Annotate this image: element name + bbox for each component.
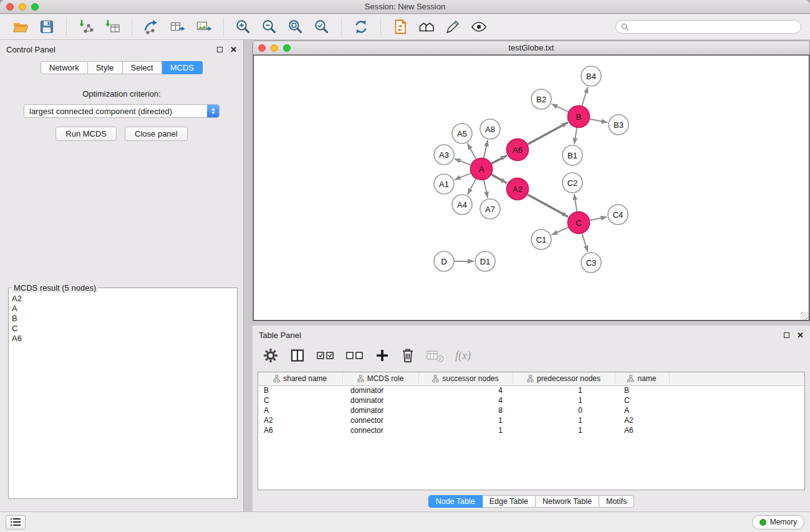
mcds-result-item[interactable]: A6 bbox=[12, 334, 237, 344]
graph-edge-A-A5[interactable] bbox=[468, 143, 476, 159]
export-image-button[interactable] bbox=[193, 16, 215, 37]
mcds-result-item[interactable]: A2 bbox=[12, 294, 237, 304]
zoom-window-button[interactable] bbox=[31, 3, 39, 11]
graph-edge-B-B1[interactable] bbox=[574, 128, 577, 144]
zoom-in-button[interactable] bbox=[232, 16, 254, 37]
delete-table-button[interactable] bbox=[426, 348, 445, 363]
table-cell[interactable]: B bbox=[258, 385, 342, 395]
table-cell[interactable]: A6 bbox=[258, 425, 342, 435]
table-row[interactable]: Adominator80A bbox=[258, 405, 804, 415]
minimize-window-button[interactable] bbox=[19, 3, 26, 11]
table-cell[interactable]: 4 bbox=[418, 395, 513, 405]
table-cell[interactable]: C bbox=[615, 395, 669, 405]
graph-edge-B-B2[interactable] bbox=[551, 104, 568, 112]
task-history-button[interactable] bbox=[6, 515, 26, 530]
graph-node-D1[interactable]: D1 bbox=[475, 251, 495, 271]
close-window-button[interactable] bbox=[6, 3, 14, 11]
save-session-button[interactable] bbox=[36, 16, 58, 37]
column-header-MCDS-role[interactable]: MCDS role bbox=[342, 372, 418, 385]
table-row[interactable]: A6connector11A6 bbox=[258, 425, 804, 435]
run-mcds-button[interactable]: Run MCDS bbox=[55, 127, 117, 141]
show-columns-button[interactable] bbox=[289, 347, 306, 364]
graph-node-C4[interactable]: C4 bbox=[608, 205, 628, 225]
export-table-button[interactable] bbox=[166, 16, 189, 37]
graph-node-B4[interactable]: B4 bbox=[581, 66, 601, 86]
annotation-pen-button[interactable] bbox=[441, 16, 464, 37]
table-cell[interactable]: A6 bbox=[615, 425, 669, 435]
graph-edge-C-C3[interactable] bbox=[582, 234, 588, 252]
graph-node-A8[interactable]: A8 bbox=[480, 119, 500, 139]
tab-select[interactable]: Select bbox=[123, 61, 162, 74]
graph-node-A2[interactable]: A2 bbox=[507, 178, 529, 200]
graph-edge-C-C1[interactable] bbox=[551, 228, 568, 235]
column-header-predecessor-nodes[interactable]: predecessor nodes bbox=[513, 372, 615, 385]
import-network-button[interactable] bbox=[75, 16, 97, 37]
table-row[interactable]: Bdominator41B bbox=[258, 385, 804, 395]
network-document-button[interactable] bbox=[389, 16, 412, 37]
graph-node-A5[interactable]: A5 bbox=[452, 123, 472, 143]
column-header-name[interactable]: name bbox=[615, 372, 669, 385]
table-cell[interactable]: dominator bbox=[342, 395, 418, 405]
delete-column-button[interactable] bbox=[400, 347, 415, 364]
table-cell[interactable]: A bbox=[615, 405, 669, 415]
graph-edge-A-A2[interactable] bbox=[491, 175, 507, 183]
mcds-result-item[interactable]: C bbox=[12, 324, 237, 334]
table-cell[interactable]: connector bbox=[342, 415, 418, 425]
table-cell[interactable]: B bbox=[615, 385, 669, 395]
graph-node-A3[interactable]: A3 bbox=[434, 145, 454, 165]
table-cell[interactable]: 1 bbox=[513, 385, 615, 395]
table-cell[interactable]: 4 bbox=[418, 385, 513, 395]
close-panel-icon[interactable]: ✕ bbox=[230, 46, 237, 54]
table-cell[interactable]: 1 bbox=[418, 415, 513, 425]
open-session-button[interactable] bbox=[9, 16, 32, 37]
network-minimize-button[interactable] bbox=[271, 44, 278, 52]
table-cell[interactable]: A2 bbox=[615, 415, 669, 425]
table-cell[interactable]: 1 bbox=[418, 425, 513, 435]
graph-node-C3[interactable]: C3 bbox=[581, 253, 601, 273]
graph-edge-A-A6[interactable] bbox=[491, 155, 506, 163]
network-zoom-button[interactable] bbox=[283, 44, 291, 52]
home-view-button[interactable] bbox=[415, 16, 438, 37]
criterion-select[interactable]: largest connected component (directed) bbox=[24, 104, 219, 118]
graph-node-B2[interactable]: B2 bbox=[531, 89, 551, 109]
graph-node-C[interactable]: C bbox=[568, 212, 590, 234]
table-row[interactable]: A2connector11A2 bbox=[258, 415, 804, 425]
graph-node-A4[interactable]: A4 bbox=[452, 195, 472, 215]
mcds-result-item[interactable]: A bbox=[12, 304, 237, 314]
table-cell[interactable]: 0 bbox=[513, 405, 615, 415]
resize-grip[interactable] bbox=[801, 312, 809, 320]
graph-edge-A-A4[interactable] bbox=[468, 179, 476, 195]
memory-button[interactable]: Memory bbox=[752, 515, 804, 530]
graph-node-C1[interactable]: C1 bbox=[531, 230, 551, 249]
table-settings-button[interactable] bbox=[263, 347, 279, 364]
graph-edge-B-B4[interactable] bbox=[582, 87, 587, 105]
network-close-button[interactable] bbox=[258, 44, 266, 52]
tab-network[interactable]: Network bbox=[41, 61, 88, 74]
graph-node-C2[interactable]: C2 bbox=[562, 173, 582, 193]
zoom-out-button[interactable] bbox=[258, 16, 281, 37]
graph-edge-A6-B[interactable] bbox=[528, 122, 568, 144]
tab-style[interactable]: Style bbox=[88, 61, 123, 74]
table-cell[interactable]: dominator bbox=[342, 385, 418, 395]
add-column-button[interactable] bbox=[375, 348, 390, 363]
graph-edge-A-A1[interactable] bbox=[455, 173, 471, 180]
table-cell[interactable]: 1 bbox=[513, 415, 615, 425]
tab-mcds[interactable]: MCDS bbox=[162, 61, 203, 74]
table-cell[interactable]: connector bbox=[342, 425, 418, 435]
graph-node-A[interactable]: A bbox=[471, 158, 493, 180]
table-cell[interactable]: C bbox=[258, 395, 342, 405]
graph-edge-A-A8[interactable] bbox=[484, 140, 488, 158]
function-builder-button[interactable]: f(x) bbox=[455, 349, 471, 362]
column-header-shared-name[interactable]: shared name bbox=[258, 372, 342, 385]
search-input[interactable] bbox=[632, 22, 796, 32]
tab-motifs[interactable]: Motifs bbox=[599, 495, 634, 508]
import-table-button[interactable] bbox=[101, 16, 123, 37]
table-cell[interactable]: 1 bbox=[513, 395, 615, 405]
table-cell[interactable]: 8 bbox=[418, 405, 513, 415]
table-row[interactable]: Cdominator41C bbox=[258, 395, 804, 405]
graph-edge-C-C4[interactable] bbox=[590, 217, 607, 221]
table-cell[interactable]: 1 bbox=[513, 425, 615, 435]
column-header-successor-nodes[interactable]: successor nodes bbox=[418, 372, 513, 385]
table-cell[interactable]: A bbox=[258, 405, 342, 415]
select-all-button[interactable] bbox=[316, 349, 335, 362]
